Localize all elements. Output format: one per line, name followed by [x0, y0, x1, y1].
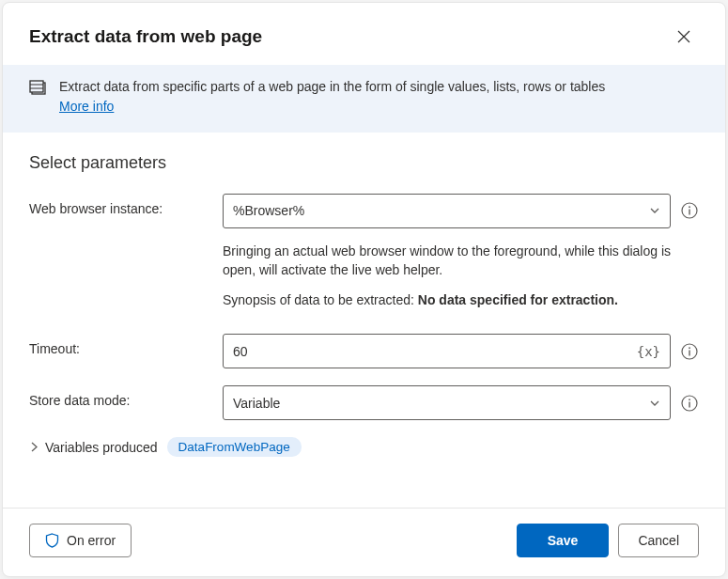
info-icon[interactable]: [680, 394, 699, 413]
synopsis-value: No data specified for extraction.: [418, 292, 618, 307]
store-mode-value: Variable: [233, 396, 280, 411]
variables-produced-toggle[interactable]: Variables produced: [29, 440, 158, 455]
svg-point-5: [689, 207, 690, 209]
shield-icon: [45, 533, 59, 548]
extract-data-icon: [29, 78, 48, 97]
timeout-input-wrapper: {x}: [223, 334, 671, 368]
svg-rect-9: [689, 350, 689, 355]
dialog-title: Extract data from web page: [29, 26, 262, 47]
variables-produced-row: Variables produced DataFromWebPage: [29, 437, 699, 457]
cancel-label: Cancel: [638, 533, 679, 548]
on-error-button[interactable]: On error: [29, 524, 132, 557]
field-timeout: Timeout: {x}: [29, 334, 699, 368]
chevron-down-icon: [649, 398, 660, 409]
field-label-timeout: Timeout:: [29, 334, 217, 356]
field-store-mode: Store data mode: Variable: [29, 385, 699, 420]
dialog-content: Select parameters Web browser instance: …: [3, 133, 725, 508]
info-icon[interactable]: [680, 342, 699, 361]
variable-token-icon[interactable]: {x}: [637, 344, 660, 359]
dialog-footer: On error Save Cancel: [3, 508, 725, 576]
section-title: Select parameters: [29, 153, 699, 173]
field-label-store: Store data mode:: [29, 385, 217, 408]
chevron-down-icon: [649, 205, 660, 216]
synopsis-label: Synopsis of data to be extracted:: [223, 292, 418, 307]
save-label: Save: [548, 533, 579, 548]
dialog-header: Extract data from web page: [3, 3, 725, 65]
svg-rect-12: [689, 401, 689, 407]
svg-point-11: [689, 399, 690, 400]
field-label-browser: Web browser instance:: [29, 194, 217, 216]
footer-actions: Save Cancel: [517, 524, 699, 557]
cancel-button[interactable]: Cancel: [618, 524, 699, 557]
variable-chip[interactable]: DataFromWebPage: [167, 437, 302, 457]
info-banner-text: Extract data from specific parts of a we…: [59, 78, 605, 116]
svg-rect-1: [30, 81, 43, 92]
close-icon: [677, 30, 690, 43]
info-banner: Extract data from specific parts of a we…: [3, 65, 725, 133]
info-icon[interactable]: [680, 201, 699, 220]
extraction-synopsis: Synopsis of data to be extracted: No dat…: [223, 292, 699, 307]
svg-rect-6: [689, 210, 689, 215]
svg-point-8: [689, 347, 690, 349]
info-banner-description: Extract data from specific parts of a we…: [59, 79, 605, 94]
save-button[interactable]: Save: [517, 524, 610, 557]
store-mode-select[interactable]: Variable: [223, 385, 671, 420]
timeout-input[interactable]: [233, 344, 637, 359]
extract-data-dialog: Extract data from web page Extract data …: [2, 2, 726, 577]
on-error-label: On error: [67, 533, 116, 548]
browser-instance-select[interactable]: %Browser%: [223, 194, 671, 228]
browser-instance-value: %Browser%: [233, 203, 304, 218]
field-browser-instance: Web browser instance: %Browser% Bringing…: [29, 194, 699, 318]
variables-produced-label: Variables produced: [45, 440, 158, 455]
browser-help-text: Bringing an actual web browser window to…: [223, 242, 699, 280]
more-info-link[interactable]: More info: [59, 98, 114, 116]
chevron-right-icon: [29, 442, 39, 452]
close-button[interactable]: [669, 22, 699, 52]
